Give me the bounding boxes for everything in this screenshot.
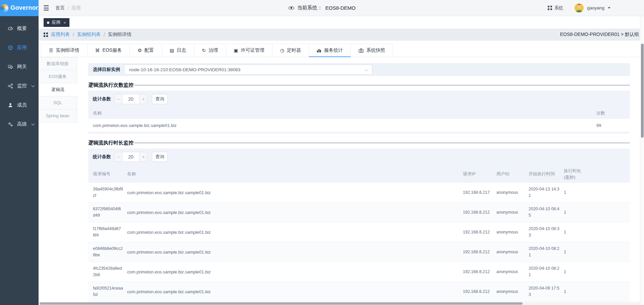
count-input[interactable]: 20 — [122, 152, 140, 162]
table-row: 39a45904c3fbf9cf com.primeton.eos.sample… — [88, 183, 630, 203]
user-id-cell: anonymous — [496, 250, 525, 254]
query-button[interactable]: 查询 — [152, 94, 168, 104]
current-system-label: 当前系统： — [297, 5, 322, 11]
sidebar-item-monitoring[interactable]: 监控 — [0, 76, 39, 95]
col-name: 名称 — [93, 110, 596, 116]
duration-table-header: 请求编号 名称 请求IP 用户ID 开始执行时间 执行时长(毫秒) — [88, 165, 630, 183]
target-instance-bar: 选择目标实例 node-10-16-16-210:EOS8-DEMO-PROVI… — [88, 63, 630, 76]
sidebar-item-gateway[interactable]: 网关 — [0, 57, 39, 76]
tab-license-management[interactable]: ▣ 许可证管理 — [226, 44, 272, 57]
breadcrumb-separator: / — [73, 32, 74, 37]
logo-text: Governor — [10, 4, 38, 11]
query-button[interactable]: 查询 — [152, 152, 168, 162]
tab-service-statistics[interactable]: 服务统计 — [309, 44, 351, 57]
chevron-down-icon — [32, 84, 35, 87]
gateway-icon — [8, 64, 13, 70]
stepper-minus-button[interactable]: − — [114, 152, 122, 162]
subnav-item-db-connections[interactable]: 数据库链接 — [39, 57, 77, 70]
tab-label: 系统快照 — [366, 47, 385, 53]
request-ip-cell: 192.168.6.217 — [463, 190, 492, 195]
target-instance-value: node-10-16-16-210:EOS8-DEMO-PROVIDER01:3… — [129, 67, 240, 72]
title-rule — [134, 85, 630, 85]
app-cube-icon — [8, 45, 13, 50]
stepper-minus-button[interactable]: − — [114, 94, 122, 104]
sidebar-item-applications[interactable]: 应用 — [0, 38, 39, 57]
open-tab-chip-applications[interactable]: 应用 × — [44, 18, 69, 27]
breadcrumb-home[interactable]: 首页 — [55, 5, 65, 11]
count-label: 统计条数 — [93, 154, 111, 160]
avatar[interactable] — [575, 3, 584, 12]
tab-system-snapshot[interactable]: 系统快照 — [351, 44, 393, 57]
start-time-cell: 2020-04-10 08:21 — [529, 265, 560, 278]
sidebar-item-advanced[interactable]: 高级 — [0, 115, 39, 134]
table-row: f17f69a449d676f4 com.primeton.eos.sample… — [88, 222, 630, 242]
horizontal-scrollbar-thumb[interactable] — [40, 302, 523, 305]
tab-instance-group-detail[interactable]: ☰ 实例组详情 — [41, 44, 88, 57]
user-caret-down-icon[interactable] — [608, 7, 610, 9]
subnav-item-logic-flow[interactable]: 逻辑流 — [39, 83, 77, 96]
vertical-scrollbar[interactable] — [640, 16, 644, 305]
sidebar-item-label: 监控 — [17, 83, 27, 89]
detail-tabstrip: ☰ 实例组详情 ⌘ EOS服务 ⚙ 配置 ▤ 日志 ↻ 治理 ▣ 许可证管理 — [39, 44, 644, 57]
sidebar-item-overview[interactable]: 概要 — [0, 19, 39, 38]
sidebar-item-members[interactable]: 成员 — [0, 95, 39, 115]
duration-cell: 1 — [564, 230, 630, 234]
page-breadcrumb-bar: 应用列表 / 实例组列表 / 实例组详情 EOS8-DEMO-PROVIDER0… — [39, 29, 644, 41]
tab-label: 实例组详情 — [56, 47, 79, 53]
sidebar-item-label: 应用 — [17, 44, 27, 51]
tab-timer[interactable]: ◷ 定时器 — [272, 44, 309, 57]
request-id-cell: 6372f985404f6d49 — [93, 206, 123, 219]
subnav-item-eos-service[interactable]: EOS服务 — [39, 70, 77, 83]
tab-label: 服务统计 — [324, 47, 343, 53]
request-id-cell: 4fc235428a9ed2b8 — [93, 265, 123, 278]
tab-label: EOS服务 — [103, 47, 122, 53]
header-breadcrumb: 首页 / 应用 — [55, 5, 81, 11]
col-count: 次数 — [596, 110, 630, 116]
horizontal-scrollbar[interactable] — [39, 302, 640, 305]
breadcrumb-current: 应用 — [71, 5, 81, 11]
share-nodes-icon — [8, 83, 13, 89]
subnav-item-spring-bean[interactable]: Spring bean — [39, 110, 77, 123]
clipboard-icon: ▣ — [234, 48, 238, 53]
count-input[interactable]: 20 — [122, 94, 140, 104]
system-menu[interactable]: 系统 — [548, 5, 563, 11]
close-icon[interactable]: × — [63, 20, 66, 25]
user-icon — [8, 102, 13, 108]
vertical-scrollbar-thumb[interactable] — [641, 44, 644, 138]
start-time-cell: 2020-04-10 08:45 — [529, 206, 560, 219]
duration-cell: 1 — [564, 210, 630, 215]
section-title: 逻辑流执行次数监控 — [88, 82, 133, 88]
duration-cell: 1 — [564, 190, 630, 195]
system-menu-label: 系统 — [554, 5, 563, 11]
bar-chart-icon — [317, 48, 321, 53]
tab-logs[interactable]: ▤ 日志 — [162, 44, 194, 57]
flow-name-cell: com.primeton.eos.sample.biz.sample01.biz — [127, 230, 459, 235]
clock-icon: ◷ — [280, 48, 284, 53]
breadcrumb-link-app-list[interactable]: 应用列表 — [51, 32, 70, 38]
flow-name-cell: com.primeton.eos.sample.biz.sample01.biz — [127, 269, 459, 274]
hamburger-menu-icon[interactable]: ☰ — [43, 4, 49, 12]
request-ip-cell: 192.168.6.212 — [463, 230, 492, 234]
sidebar-item-label: 概要 — [17, 25, 27, 32]
stepper-plus-button[interactable]: + — [140, 152, 147, 162]
tab-governance[interactable]: ↻ 治理 — [194, 44, 226, 57]
start-time-cell: 2020-04-10 08:33 — [529, 226, 560, 239]
duration-cell: 1 — [564, 250, 630, 254]
grid-icon — [548, 6, 552, 10]
table-row: 6372f985404f6d49 com.primeton.eos.sample… — [88, 203, 630, 222]
flow-name-cell: com.primeton.eos.sample.biz.sample01.biz — [127, 289, 459, 294]
breadcrumb-link-instance-group-list[interactable]: 实例组列表 — [77, 32, 101, 38]
target-instance-select[interactable]: node-10-16-16-210:EOS8-DEMO-PROVIDER01:3… — [124, 64, 372, 75]
start-time-cell: 2020-04-09 17:53 — [529, 285, 560, 298]
tab-config[interactable]: ⚙ 配置 — [130, 44, 162, 57]
username[interactable]: gaoyang — [587, 5, 604, 10]
sidebar-item-label: 网关 — [17, 63, 27, 70]
tab-label: 日志 — [177, 47, 186, 53]
content-shell: 应用 × 应用列表 / 实例组列表 / 实例组详情 EOS8-DEMO-PROV… — [39, 16, 644, 305]
subnav-item-sql[interactable]: SQL — [39, 96, 77, 110]
stepper-plus-button[interactable]: + — [140, 94, 147, 104]
statistics-subnav: 数据库链接 EOS服务 逻辑流 SQL Spring bean — [39, 57, 77, 305]
request-ip-cell: 192.168.6.212 — [463, 289, 492, 294]
tab-eos-service[interactable]: ⌘ EOS服务 — [88, 44, 130, 57]
col-start-time: 开始执行时间 — [529, 171, 560, 177]
